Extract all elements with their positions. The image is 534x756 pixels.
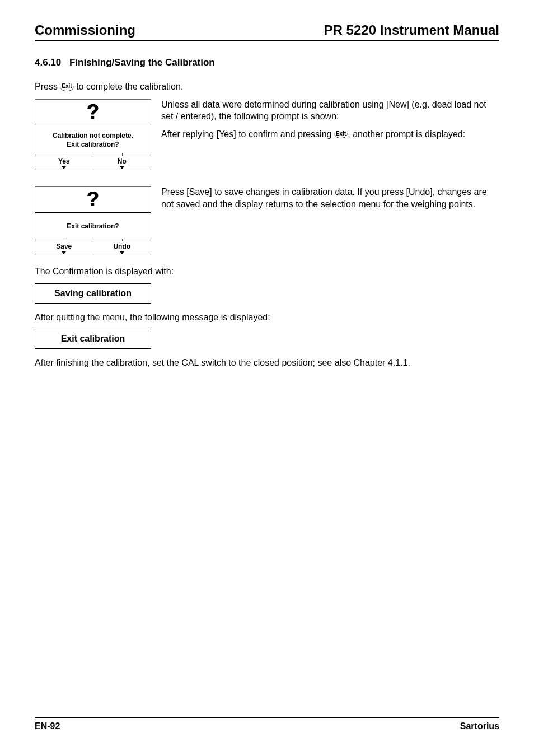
exit-key-icon: Exit xyxy=(334,130,348,139)
row-screen1: ? Calibration not complete. Exit calibra… xyxy=(35,99,499,170)
header-right: PR 5220 Instrument Manual xyxy=(324,22,499,38)
row-screen2: ? Exit calibration? Save Undo Press [Sav… xyxy=(35,186,499,255)
section-number: 4.6.10 xyxy=(35,57,69,68)
confirm-intro: The Confirmation is displayed with: xyxy=(35,265,499,278)
page-header: Commissioning PR 5220 Instrument Manual xyxy=(35,22,499,41)
save-button[interactable]: Save xyxy=(35,241,93,255)
section-heading: 4.6.10Finishing/Saving the Calibration xyxy=(35,57,499,68)
screen2-message: Exit calibration? xyxy=(35,213,151,241)
undo-button[interactable]: Undo xyxy=(93,241,151,255)
closing-text: After finishing the calibration, set the… xyxy=(35,357,499,369)
screen2-buttons: Save Undo xyxy=(35,241,151,255)
exit-key-icon: Exit xyxy=(60,82,73,91)
after-quit-text: After quitting the menu, the following m… xyxy=(35,311,499,324)
section-title: Finishing/Saving the Calibration xyxy=(69,57,215,68)
screen1-message: Calibration not complete. Exit calibrati… xyxy=(35,125,151,156)
footer-page-number: EN-92 xyxy=(35,721,60,731)
page-footer: EN-92 Sartorius xyxy=(35,717,499,731)
press-instruction: Press Exit to complete the calibration. xyxy=(35,81,499,93)
header-left: Commissioning xyxy=(35,22,135,38)
exit-calibration-box: Exit calibration xyxy=(35,329,151,349)
no-button[interactable]: No xyxy=(93,156,151,170)
saving-calibration-box: Saving calibration xyxy=(35,283,151,304)
row2-text: Press [Save] to save changes in calibrat… xyxy=(161,186,499,216)
screen-icon-area: ? xyxy=(35,186,151,213)
screen1-buttons: Yes No xyxy=(35,156,151,170)
screen-prompt-1: ? Calibration not complete. Exit calibra… xyxy=(35,99,151,170)
row1-text: Unless all data were determined during c… xyxy=(161,99,499,146)
row1-para1: Unless all data were determined during c… xyxy=(161,99,499,123)
screen-prompt-2: ? Exit calibration? Save Undo xyxy=(35,186,151,255)
screen-icon-area: ? xyxy=(35,99,151,125)
question-mark-icon: ? xyxy=(87,102,99,122)
row1-para2: After replying [Yes] to confirm and pres… xyxy=(161,128,499,141)
row2-para: Press [Save] to save changes in calibrat… xyxy=(161,186,499,210)
footer-brand: Sartorius xyxy=(460,721,499,731)
question-mark-icon: ? xyxy=(87,189,99,209)
yes-button[interactable]: Yes xyxy=(35,156,93,170)
